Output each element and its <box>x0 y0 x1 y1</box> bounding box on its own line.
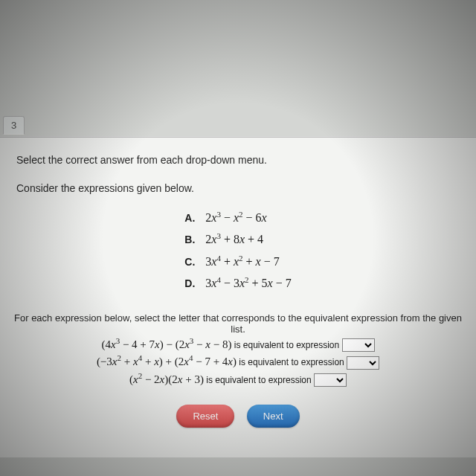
row2-trail: is equivalent to expression <box>237 357 347 367</box>
button-row: Reset Next <box>0 405 476 428</box>
row3-trail: is equivalent to expression <box>204 375 314 385</box>
dropdown-3[interactable] <box>314 373 347 387</box>
next-button[interactable]: Next <box>247 405 300 428</box>
option-d: D. 3x4 − 3x2 + 5x − 7 <box>184 272 291 294</box>
consider-text: Consider the expressions given below. <box>0 170 476 202</box>
dropdown-1[interactable] <box>342 338 375 352</box>
option-a: A. 2x3 − x2 − 6x <box>184 208 291 229</box>
option-b: B. 2x3 + 8x + 4 <box>184 229 291 251</box>
equation-row-3: (x2 − 2x)(2x + 3) is equivalent to expre… <box>0 371 476 387</box>
instruction-text: Select the correct answer from each drop… <box>0 138 476 170</box>
option-b-label: B. <box>184 234 195 245</box>
option-c-label: C. <box>184 256 195 268</box>
tab-3[interactable]: 3 <box>3 116 25 135</box>
question-panel: Select the correct answer from each drop… <box>0 137 476 457</box>
row1-trail: is equivalent to expression <box>231 340 341 350</box>
answer-options: A. 2x3 − x2 − 6x B. 2x3 + 8x + 4 C. 3x4 … <box>184 208 291 295</box>
option-c: C. 3x4 + x2 + x − 7 <box>184 251 291 272</box>
equation-row-2: (−3x2 + x4 + x) + (2x4 − 7 + 4x) is equi… <box>0 353 476 370</box>
tab-bar: 3 <box>0 119 476 137</box>
option-d-label: D. <box>184 277 195 289</box>
option-a-label: A. <box>184 212 195 224</box>
reset-button[interactable]: Reset <box>176 405 234 428</box>
dropdown-2[interactable] <box>347 356 379 370</box>
match-prompt: For each expression below, select the le… <box>0 295 476 335</box>
equation-row-1: (4x3 − 4 + 7x) − (2x3 − x − 8) is equiva… <box>0 336 476 353</box>
